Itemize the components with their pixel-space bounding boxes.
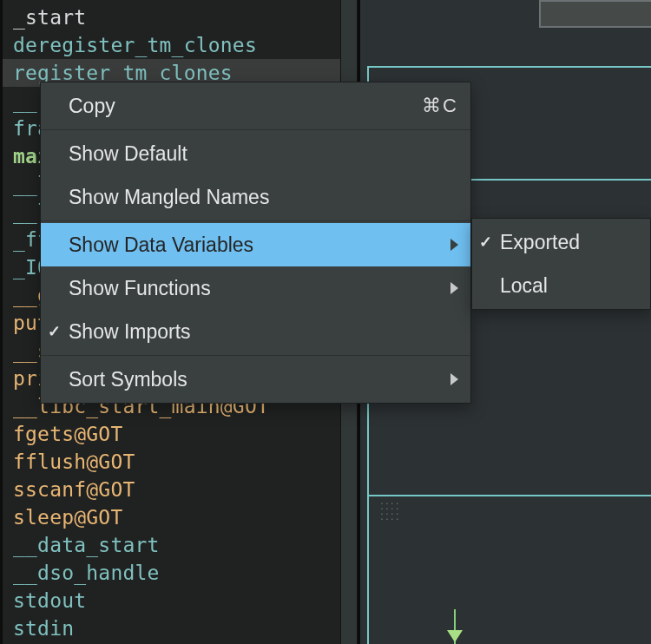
menu-separator — [41, 355, 470, 356]
symbol-row[interactable]: sscanf@GOT — [3, 476, 340, 503]
menu-item-show-functions[interactable]: Show Functions — [41, 266, 470, 310]
graph-arrowhead-icon — [447, 630, 463, 642]
menu-item-label: Show Mangled Names — [69, 186, 458, 209]
symbol-row[interactable]: deregister_tm_clones — [3, 31, 340, 59]
menu-item-copy[interactable]: Copy ⌘C — [41, 84, 470, 128]
menu-item-label: Sort Symbols — [69, 368, 450, 391]
symbol-row[interactable]: __data_start — [3, 531, 340, 559]
graph-edge-horizontal — [368, 66, 651, 68]
menu-item-label: Exported — [500, 231, 638, 254]
symbol-row[interactable]: stdin — [3, 614, 340, 642]
symbol-row[interactable]: fgets@GOT — [3, 420, 340, 448]
context-submenu: ✓ Exported Local — [471, 218, 651, 310]
graph-edge-horizontal — [368, 495, 651, 496]
submenu-item-local[interactable]: Local — [472, 264, 650, 307]
submenu-arrow-icon — [450, 373, 458, 385]
check-icon: ✓ — [479, 233, 492, 252]
menu-item-label: Show Imports — [69, 320, 458, 344]
splitter-handle-icon[interactable]: ················ — [380, 500, 401, 521]
menu-item-show-imports[interactable]: ✓ Show Imports — [41, 310, 470, 353]
menu-item-label: Copy — [69, 95, 422, 118]
symbol-row[interactable]: sleep@GOT — [3, 503, 340, 531]
symbol-row[interactable]: stdout — [3, 587, 340, 614]
menu-item-label: Local — [500, 274, 638, 298]
menu-item-label: Show Default — [69, 142, 458, 166]
menu-separator — [41, 129, 470, 130]
menu-item-show-default[interactable]: Show Default — [41, 132, 470, 175]
menu-item-label: Show Functions — [69, 277, 450, 300]
symbol-row[interactable]: __dso_handle — [3, 559, 340, 587]
menu-separator — [41, 220, 470, 221]
submenu-arrow-icon — [450, 239, 458, 251]
menu-item-label: Show Data Variables — [69, 233, 450, 257]
check-icon: ✓ — [48, 322, 61, 341]
symbol-row[interactable]: fflush@GOT — [3, 448, 340, 476]
submenu-item-exported[interactable]: ✓ Exported — [472, 220, 650, 264]
menu-item-show-data-variables[interactable]: Show Data Variables — [41, 223, 470, 266]
menu-item-show-mangled[interactable]: Show Mangled Names — [41, 175, 470, 219]
submenu-arrow-icon — [450, 282, 458, 294]
graph-node-fragment[interactable] — [539, 0, 651, 28]
context-menu: Copy ⌘C Show Default Show Mangled Names … — [40, 82, 471, 404]
menu-item-sort-symbols[interactable]: Sort Symbols — [41, 358, 470, 401]
symbol-row[interactable]: _start — [3, 3, 340, 31]
menu-shortcut: ⌘C — [422, 95, 458, 117]
